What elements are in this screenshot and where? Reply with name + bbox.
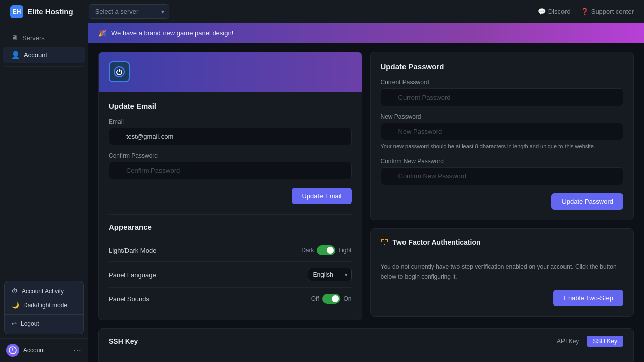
support-link[interactable]: ❓ Support center (581, 8, 634, 15)
user-menu-icon: ⋯ (73, 346, 82, 355)
brand-icon: EH (10, 5, 23, 18)
current-password-wrapper: 🔒 (381, 88, 624, 106)
update-email-button[interactable]: Update Email (292, 188, 351, 204)
confirm-password-input[interactable] (109, 162, 352, 179)
sidebar-item-account[interactable]: 👤 Account (3, 47, 85, 63)
power-icon-badge (109, 61, 130, 82)
sidebar-servers-label: Servers (22, 34, 45, 42)
account-activity-icon: ⏱ (12, 288, 18, 295)
light-dark-row: Light/Dark Mode Dark Light (109, 239, 352, 262)
sidebar-user-bar[interactable]: Account ⋯ (0, 338, 88, 362)
popup-logout[interactable]: ↩ Logout (5, 317, 83, 331)
enable-twostep-btn-wrapper: Enable Two-Step (381, 290, 624, 306)
content-body: Update Email Email ✉ Confirm Password 🔒 (88, 43, 644, 362)
confirm-password-label: Confirm Password (109, 152, 352, 159)
sounds-off-label: Off (311, 295, 319, 302)
card-header-email (99, 52, 362, 92)
sidebar: 🖥 Servers 👤 Account ⏱ Account Activity 🌙… (0, 23, 88, 362)
sounds-toggle-wrapper: Off On (311, 294, 352, 304)
twofa-body: You do not currently have two-step verif… (371, 254, 634, 316)
popup-dark-light-mode[interactable]: 🌙 Dark/Light mode (5, 298, 83, 312)
support-label: Support center (591, 8, 634, 15)
topbar: EH Elite Hosting Select a server 💬 Disco… (0, 0, 644, 23)
two-factor-card: 🛡 Two Factor Authentication You do not c… (370, 228, 634, 317)
confirm-new-password-input[interactable] (381, 167, 624, 185)
discord-link[interactable]: 💬 Discord (538, 8, 571, 15)
sidebar-popup: ⏱ Account Activity 🌙 Dark/Light mode ↩ L… (4, 281, 84, 334)
ssh-header: SSH Key API Key SSH Key (99, 329, 633, 354)
confirm-password-form-group: Confirm Password 🔒 (109, 152, 352, 179)
server-select-dropdown[interactable]: Select a server (89, 4, 169, 19)
shield-icon: 🛡 (381, 238, 389, 247)
twofa-header: 🛡 Two Factor Authentication (371, 229, 634, 254)
light-dark-toggle[interactable] (317, 245, 335, 255)
enable-twostep-button[interactable]: Enable Two-Step (553, 290, 623, 306)
card-body-email: Update Email Email ✉ Confirm Password 🔒 (99, 92, 362, 320)
current-password-group: Current Password 🔒 (381, 79, 624, 106)
announcement-banner: 🎉 We have a brand new game panel design! (88, 23, 644, 43)
panel-sounds-row: Panel Sounds Off On (109, 288, 352, 310)
new-password-group: New Password 🔒 Your new password should … (381, 113, 624, 151)
light-dark-label: Light/Dark Mode (109, 247, 156, 254)
email-input[interactable] (109, 128, 352, 145)
topbar-right: 💬 Discord ❓ Support center (538, 8, 634, 15)
light-dark-toggle-wrapper: Dark Light (301, 245, 351, 255)
power-svg-icon (113, 66, 125, 78)
panel-language-row: Panel Language English Français Deutsch … (109, 262, 352, 288)
main-layout: 🖥 Servers 👤 Account ⏱ Account Activity 🌙… (0, 23, 644, 362)
confirm-new-password-group: Confirm New Password 🔒 (381, 158, 624, 185)
user-avatar (6, 344, 19, 357)
current-password-input[interactable] (381, 88, 624, 106)
panel-language-label: Panel Language (109, 271, 156, 279)
email-form-group: Email ✉ (109, 118, 352, 145)
confirm-password-input-wrapper: 🔒 (109, 162, 352, 179)
update-password-btn-wrapper: Update Password (381, 193, 624, 210)
twofa-description: You do not currently have two-step verif… (381, 262, 624, 282)
discord-label: Discord (548, 8, 571, 15)
card-body-password: Update Password Current Password 🔒 New P… (371, 52, 634, 220)
ssh-key-card: SSH Key API Key SSH Key SSH Key Name No … (98, 328, 634, 362)
language-select[interactable]: English Français Deutsch Español (308, 268, 352, 281)
account-icon: 👤 (11, 51, 20, 59)
update-email-btn-wrapper: Update Email (109, 188, 352, 204)
email-label: Email (109, 118, 352, 125)
servers-icon: 🖥 (11, 34, 18, 42)
account-activity-label: Account Activity (22, 288, 64, 295)
sidebar-divider (5, 66, 83, 67)
password-hint: Your new password should be at least 8 c… (381, 142, 624, 151)
new-password-label: New Password (381, 113, 624, 120)
sidebar-item-servers[interactable]: 🖥 Servers (3, 30, 85, 46)
logout-icon: ↩ (12, 320, 17, 327)
update-password-title: Update Password (381, 62, 624, 71)
appearance-title: Appearance (109, 223, 352, 231)
topbar-left: EH Elite Hosting Select a server (10, 4, 169, 19)
update-password-button[interactable]: Update Password (551, 193, 623, 210)
power-icon-small (9, 346, 17, 354)
banner-icon: 🎉 (98, 29, 106, 37)
language-select-wrapper: English Français Deutsch Español (308, 268, 352, 281)
light-label: Light (338, 247, 351, 254)
support-icon: ❓ (581, 8, 589, 15)
ssh-key-tab[interactable]: SSH Key (587, 336, 623, 347)
dark-light-icon: 🌙 (12, 302, 19, 309)
banner-text: We have a brand new game panel design! (111, 29, 233, 37)
update-email-title: Update Email (109, 102, 352, 110)
logout-label: Logout (21, 320, 39, 327)
dark-label: Dark (301, 247, 314, 254)
content-area: 🎉 We have a brand new game panel design! (88, 23, 644, 362)
discord-icon: 💬 (538, 8, 546, 15)
sounds-toggle[interactable] (322, 294, 340, 304)
twofa-title: Two Factor Authentication (393, 238, 481, 246)
new-password-wrapper: 🔒 (381, 123, 624, 140)
update-email-card: Update Email Email ✉ Confirm Password 🔒 (98, 52, 362, 320)
ssh-tabs: API Key SSH Key (551, 336, 623, 347)
popup-account-activity[interactable]: ⏱ Account Activity (5, 284, 83, 298)
server-select-wrapper[interactable]: Select a server (89, 4, 169, 19)
popup-divider (5, 314, 83, 315)
api-key-tab[interactable]: API Key (551, 336, 585, 347)
confirm-new-password-label: Confirm New Password (381, 158, 624, 165)
dark-light-label: Dark/Light mode (23, 302, 67, 309)
panel-sounds-label: Panel Sounds (109, 295, 149, 303)
sounds-on-label: On (343, 295, 351, 302)
new-password-input[interactable] (381, 123, 624, 140)
